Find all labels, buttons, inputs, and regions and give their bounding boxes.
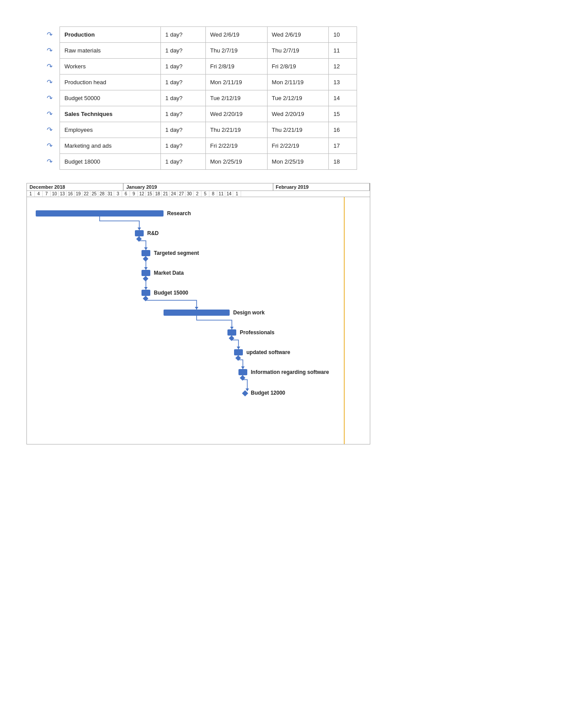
task-id: 15 xyxy=(329,106,357,122)
gantt-day-cell: 11 xyxy=(217,191,225,197)
svg-rect-10 xyxy=(143,276,149,282)
task-duration: 1 day? xyxy=(161,154,206,170)
task-id: 10 xyxy=(329,27,357,43)
table-row: ↷ Workers 1 day? Fri 2/8/19 Fri 2/8/19 1… xyxy=(40,59,357,75)
svg-rect-1 xyxy=(36,210,164,217)
svg-rect-23 xyxy=(238,369,247,375)
task-finish: Fri 2/22/19 xyxy=(267,138,329,154)
svg-marker-30 xyxy=(144,267,148,270)
task-icon: ↷ xyxy=(40,90,60,106)
svg-rect-4 xyxy=(136,236,142,242)
task-duration: 1 day? xyxy=(161,122,206,138)
svg-rect-13 xyxy=(143,296,149,302)
task-duration: 1 day? xyxy=(161,90,206,106)
gantt-day-cell: 3 xyxy=(114,191,122,197)
gantt-day-cell: 24 xyxy=(170,191,178,197)
task-table: ↷ Production 1 day? Wed 2/6/19 Wed 2/6/1… xyxy=(40,26,357,170)
svg-rect-21 xyxy=(235,355,241,361)
svg-marker-33 xyxy=(230,327,234,329)
table-row: ↷ Marketing and ads 1 day? Fri 2/22/19 F… xyxy=(40,138,357,154)
svg-text:Budget 12000: Budget 12000 xyxy=(251,390,285,396)
gantt-day-cell: 5 xyxy=(201,191,209,197)
task-id: 11 xyxy=(329,43,357,59)
svg-text:Budget 15000: Budget 15000 xyxy=(154,290,188,296)
gantt-day-cell: 7 xyxy=(43,191,51,197)
gantt-day-cell: 12 xyxy=(138,191,146,197)
task-duration: 1 day? xyxy=(161,75,206,90)
task-finish: Wed 2/20/19 xyxy=(267,106,329,122)
svg-marker-35 xyxy=(241,366,245,369)
gantt-day-cell: 19 xyxy=(74,191,82,197)
task-start: Mon 2/25/19 xyxy=(205,154,267,170)
svg-rect-9 xyxy=(141,270,150,276)
task-icon: ↷ xyxy=(40,106,60,122)
svg-marker-36 xyxy=(246,388,249,391)
svg-text:Market Data: Market Data xyxy=(154,270,184,276)
task-finish: Fri 2/8/19 xyxy=(267,59,329,75)
task-icon: ↷ xyxy=(40,43,60,59)
gantt-day-cell: 4 xyxy=(35,191,43,197)
svg-rect-15 xyxy=(164,310,230,316)
task-start: Fri 2/22/19 xyxy=(205,138,267,154)
task-duration: 1 day? xyxy=(161,106,206,122)
task-name: Production xyxy=(60,27,161,43)
svg-rect-24 xyxy=(240,375,246,381)
svg-marker-31 xyxy=(144,287,148,290)
task-name: Marketing and ads xyxy=(60,138,161,154)
task-start: Tue 2/12/19 xyxy=(205,90,267,106)
task-icon: ↷ xyxy=(40,27,60,43)
svg-rect-6 xyxy=(141,250,150,256)
gantt-day-cell: 13 xyxy=(59,191,67,197)
table-row: ↷ Production head 1 day? Mon 2/11/19 Mon… xyxy=(40,75,357,90)
gantt-day-cell: 2 xyxy=(194,191,201,197)
gantt-body: ResearchR&DTargeted segmentMarket DataBu… xyxy=(27,197,370,444)
task-finish: Mon 2/11/19 xyxy=(267,75,329,90)
task-duration: 1 day? xyxy=(161,27,206,43)
task-id: 14 xyxy=(329,90,357,106)
task-finish: Wed 2/6/19 xyxy=(267,27,329,43)
gantt-day-cell: 28 xyxy=(98,191,106,197)
svg-marker-29 xyxy=(144,247,148,250)
task-start: Mon 2/11/19 xyxy=(205,75,267,90)
task-icon: ↷ xyxy=(40,154,60,170)
table-row: ↷ Raw materials 1 day? Thu 2/7/19 Thu 2/… xyxy=(40,43,357,59)
task-id: 12 xyxy=(329,59,357,75)
gantt-day-header: 1471013161922252831369121518212427302581… xyxy=(27,191,370,197)
task-duration: 1 day? xyxy=(161,138,206,154)
svg-text:Design work: Design work xyxy=(233,310,265,316)
svg-rect-12 xyxy=(141,290,150,296)
gantt-day-cell: 27 xyxy=(178,191,186,197)
task-finish: Thu 2/21/19 xyxy=(267,122,329,138)
task-icon: ↷ xyxy=(40,138,60,154)
task-name: Budget 18000 xyxy=(60,154,161,170)
svg-rect-7 xyxy=(143,256,149,262)
task-id: 16 xyxy=(329,122,357,138)
gantt-day-cell: 22 xyxy=(82,191,90,197)
svg-marker-32 xyxy=(195,307,198,310)
task-name: Budget 50000 xyxy=(60,90,161,106)
task-finish: Tue 2/12/19 xyxy=(267,90,329,106)
svg-rect-17 xyxy=(227,329,236,336)
month-jan: January 2019 xyxy=(123,183,273,190)
task-id: 18 xyxy=(329,154,357,170)
task-name: Employees xyxy=(60,122,161,138)
task-icon: ↷ xyxy=(40,59,60,75)
table-row: ↷ Budget 18000 1 day? Mon 2/25/19 Mon 2/… xyxy=(40,154,357,170)
task-start: Thu 2/21/19 xyxy=(205,122,267,138)
svg-rect-26 xyxy=(242,390,248,396)
gantt-day-cell: 10 xyxy=(51,191,59,197)
task-duration: 1 day? xyxy=(161,59,206,75)
svg-rect-3 xyxy=(135,230,144,236)
svg-marker-34 xyxy=(237,347,240,349)
task-icon: ↷ xyxy=(40,75,60,90)
task-start: Wed 2/20/19 xyxy=(205,106,267,122)
gantt-day-cell: 8 xyxy=(209,191,217,197)
gantt-month-header: December 2018 January 2019 February 2019 xyxy=(27,183,370,191)
table-row: ↷ Employees 1 day? Thu 2/21/19 Thu 2/21/… xyxy=(40,122,357,138)
task-icon: ↷ xyxy=(40,122,60,138)
gantt-day-cell: 31 xyxy=(106,191,114,197)
gantt-day-cell: 15 xyxy=(146,191,154,197)
task-start: Fri 2/8/19 xyxy=(205,59,267,75)
task-name: Workers xyxy=(60,59,161,75)
svg-marker-28 xyxy=(138,228,141,230)
